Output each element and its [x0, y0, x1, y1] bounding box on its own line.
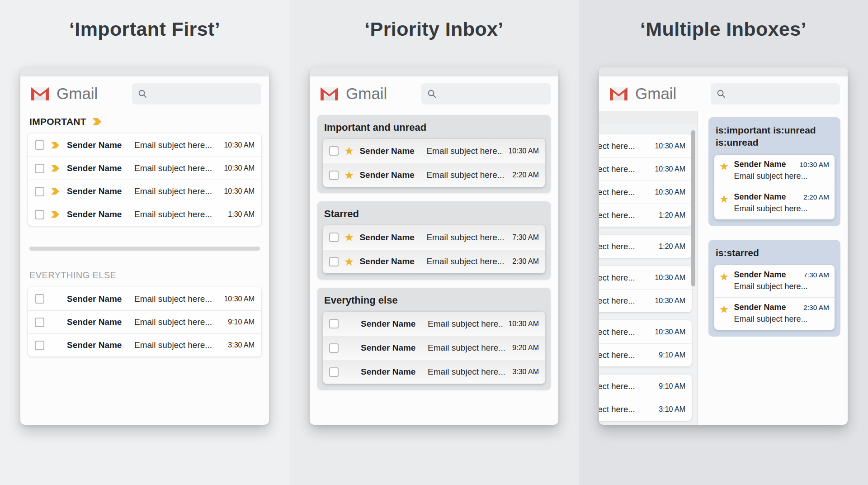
list-header-stub	[599, 111, 698, 124]
checkbox[interactable]	[35, 187, 44, 196]
sender-name: Sender Name	[67, 340, 122, 350]
email-time: 2:30 AM	[803, 304, 829, 312]
checkbox[interactable]	[35, 294, 44, 304]
email-time: 2:20 AM	[512, 171, 539, 179]
star-icon[interactable]: ★	[344, 256, 354, 267]
email-time: 10:30 AM	[508, 320, 539, 328]
email-row[interactable]: Email subject here... 10:30 AM	[599, 157, 692, 181]
inbox-content: IMPORTANT Sender Name Email subject here…	[20, 116, 269, 357]
search-input[interactable]	[440, 89, 545, 99]
email-time: 7:30 AM	[512, 233, 539, 242]
search-bar[interactable]	[132, 83, 261, 105]
star-icon[interactable]: ★	[344, 232, 354, 243]
sender-name: Sender Name	[734, 303, 786, 312]
email-row[interactable]: Sender Name Email subject here... 3:30 A…	[323, 360, 545, 384]
email-time: 3:30 AM	[228, 341, 255, 349]
email-subject: Email subject here...	[599, 210, 635, 220]
email-row[interactable]: Sender Name Email subject here... 10:30 …	[28, 133, 261, 157]
email-row[interactable]: Email subject here... 10:30 AM	[599, 134, 692, 157]
scrollbar-thumb[interactable]	[691, 130, 695, 286]
email-row[interactable]: ★ Sender Name Email subject here... 10:3…	[323, 139, 545, 163]
search-bar[interactable]	[711, 83, 840, 105]
email-row[interactable]: Email subject here... 9:10 AM	[599, 343, 692, 366]
email-row[interactable]: Sender Name Email subject here... 10:30 …	[28, 157, 261, 180]
email-card[interactable]: ★ Sender Name 10:30 AM Email subject her…	[714, 155, 835, 187]
email-subject: Email subject here...	[134, 186, 218, 196]
important-section-header: IMPORTANT	[29, 116, 260, 127]
checkbox[interactable]	[35, 210, 44, 219]
checkbox[interactable]	[35, 341, 44, 350]
importance-marker-icon[interactable]	[50, 187, 61, 195]
star-icon[interactable]: ★	[719, 304, 729, 324]
email-subject: Email subject here...	[734, 171, 829, 181]
email-row[interactable]: Email subject here... 1:20 AM	[599, 204, 692, 227]
search-input[interactable]	[151, 89, 255, 99]
checkbox[interactable]	[329, 343, 339, 353]
email-subject: Email subject here...	[428, 367, 507, 377]
email-row[interactable]: Email subject here... 10:30 AM	[599, 289, 692, 312]
email-card[interactable]: ★ Sender Name 2:30 AM Email subject here…	[714, 297, 835, 330]
email-row[interactable]: Email subject here... 10:30 AM	[599, 181, 692, 204]
checkbox[interactable]	[329, 319, 339, 328]
email-row[interactable]: ★ Sender Name Email subject here... 7:30…	[323, 225, 545, 249]
email-row[interactable]: ★ Sender Name Email subject here... 2:30…	[323, 249, 545, 273]
importance-marker-icon[interactable]	[50, 141, 61, 149]
inbox-pane-important-unread: is:important is:unread is:unread ★ Sende…	[708, 117, 840, 226]
email-group: Email subject here... 1:20 AM	[599, 235, 692, 258]
email-card[interactable]: ★ Sender Name 7:30 AM Email subject here…	[714, 265, 835, 297]
section-everything-else: Everything else Sender Name Email subjec…	[317, 288, 551, 390]
email-row[interactable]: Email subject here... 10:30 AM	[599, 266, 692, 289]
importance-marker-icon[interactable]	[50, 210, 61, 219]
email-row[interactable]: Sender Name Email subject here... 9:20 A…	[323, 336, 545, 360]
gmail-window: Gmail IMPORTANT Sender Name	[20, 67, 269, 425]
gmail-window: Gmail Important and unread ★ Sender Name	[310, 67, 558, 425]
star-icon[interactable]: ★	[344, 145, 354, 157]
email-row[interactable]: Sender Name Email subject here... 1:30 A…	[28, 203, 261, 226]
section-starred: Starred ★ Sender Name Email subject here…	[317, 201, 551, 280]
email-row[interactable]: Sender Name Email subject here... 10:30 …	[28, 180, 261, 203]
checkbox[interactable]	[329, 171, 339, 180]
everything-else-email-list: Sender Name Email subject here... 10:30 …	[28, 287, 261, 357]
email-time: 10:30 AM	[508, 147, 539, 155]
email-row[interactable]: Sender Name Email subject here... 9:10 A…	[28, 310, 261, 333]
checkbox[interactable]	[329, 233, 339, 242]
checkbox[interactable]	[329, 257, 339, 266]
email-time: 3:10 AM	[659, 405, 685, 414]
email-row[interactable]: Email subject here... 3:10 AM	[599, 398, 692, 421]
gmail-header: Gmail	[599, 76, 848, 105]
checkbox[interactable]	[35, 140, 44, 150]
email-subject: Email subject here...	[734, 314, 829, 324]
email-row[interactable]: Email subject here... 10:30 AM	[599, 320, 692, 343]
star-icon[interactable]: ★	[719, 194, 729, 214]
email-subject: Email subject here...	[134, 294, 218, 304]
email-row[interactable]: Email subject here... 1:20 AM	[599, 235, 692, 258]
email-row[interactable]: Email subject here... 9:10 AM	[599, 375, 692, 398]
sender-name: Sender Name	[734, 160, 786, 169]
sender-name: Sender Name	[734, 270, 786, 280]
gmail-wordmark: Gmail	[635, 85, 676, 103]
checkbox[interactable]	[329, 146, 339, 156]
email-subject: Email subject here...	[734, 282, 829, 291]
email-row[interactable]: Sender Name Email subject here... 10:30 …	[28, 287, 261, 310]
email-group: Email subject here... 9:10 AM Email subj…	[599, 375, 692, 421]
email-subject: Email subject here...	[599, 187, 635, 197]
email-row[interactable]: ★ Sender Name Email subject here... 2:20…	[323, 163, 545, 187]
sender-name: Sender Name	[67, 294, 122, 304]
panel-title: ‘Multiple Inboxes’	[579, 18, 868, 40]
importance-marker-icon[interactable]	[50, 164, 61, 172]
window-titlebar	[599, 67, 848, 76]
email-time: 10:30 AM	[655, 165, 685, 173]
checkbox[interactable]	[35, 318, 44, 327]
email-card[interactable]: ★ Sender Name 2:20 AM Email subject here…	[714, 187, 835, 219]
star-icon[interactable]: ★	[344, 170, 354, 181]
checkbox[interactable]	[329, 367, 339, 377]
search-bar[interactable]	[421, 83, 551, 105]
email-row[interactable]: Sender Name Email subject here... 10:30 …	[323, 312, 545, 336]
checkbox[interactable]	[35, 164, 44, 173]
email-subject: Email subject here...	[134, 163, 218, 173]
search-input[interactable]	[730, 89, 834, 99]
star-icon[interactable]: ★	[719, 271, 729, 291]
window-titlebar	[310, 67, 558, 76]
email-row[interactable]: Sender Name Email subject here... 3:30 A…	[28, 333, 261, 357]
star-icon[interactable]: ★	[719, 161, 729, 181]
